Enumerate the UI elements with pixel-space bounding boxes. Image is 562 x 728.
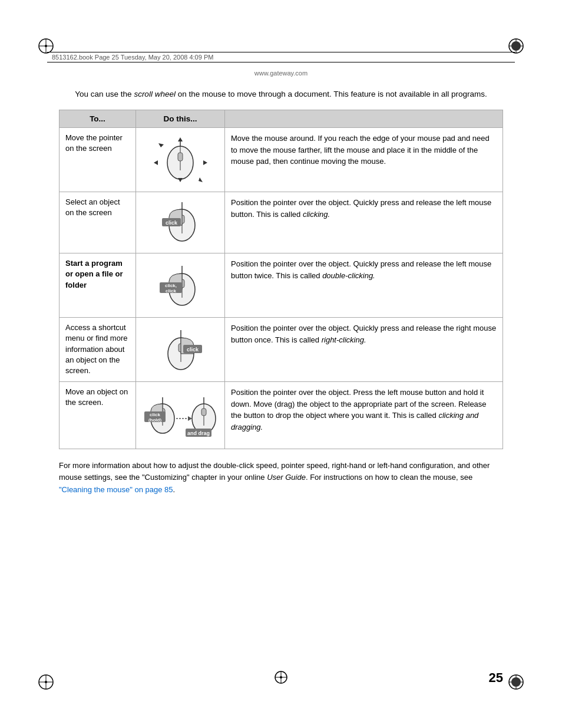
footer-italic: User Guide	[267, 473, 306, 482]
svg-text:click: click	[166, 288, 176, 294]
intro-text-before: You can use the	[75, 90, 134, 98]
table-header-desc	[225, 110, 503, 128]
svg-rect-53	[201, 409, 206, 416]
mouse-illustration-dblclick: click, click	[142, 258, 219, 312]
table-row: Select an object on the screen	[59, 192, 503, 253]
action-to-rightclick: Access a shortcut menu or find more info…	[59, 318, 136, 382]
website-url: www.gateway.com	[0, 70, 562, 77]
svg-rect-20	[178, 153, 183, 161]
center-bottom-mark	[272, 668, 290, 688]
intro-italic: scroll wheel	[134, 90, 176, 98]
svg-point-12	[45, 681, 47, 683]
table-row: Start a program or open a file or folder	[59, 253, 503, 318]
intro-paragraph: You can use the scroll wheel on the mous…	[59, 88, 503, 100]
header-text: 8513162.book Page 25 Tuesday, May 20, 20…	[52, 54, 213, 61]
svg-marker-26	[199, 177, 203, 182]
action-desc-drag: Position the pointer over the object. Pr…	[225, 382, 503, 449]
footer-link[interactable]: "Cleaning the mouse" on page 85	[59, 485, 173, 494]
mouse-illustration-drag: click (hold) and drag	[142, 387, 219, 444]
action-desc-rightclick: Position the pointer over the object. Qu…	[225, 318, 503, 382]
footer-note: For more information about how to adjust…	[59, 460, 503, 495]
svg-marker-50	[188, 416, 192, 421]
corner-mark-br	[505, 671, 527, 693]
svg-point-3	[45, 45, 47, 47]
table-row: Move an object on the screen.	[59, 382, 503, 449]
mouse-illustration-move	[142, 133, 219, 187]
mouse-illustration-rightclick: click	[142, 322, 219, 377]
corner-mark-bl	[35, 671, 57, 693]
header-bar: 8513162.book Page 25 Tuesday, May 20, 20…	[47, 52, 515, 62]
table-header-do: Do this...	[136, 110, 225, 128]
action-desc-move: Move the mouse around. If you reach the …	[225, 128, 503, 192]
action-to-move: Move the pointer on the screen	[59, 128, 136, 192]
action-img-drag: click (hold) and drag	[136, 382, 225, 449]
page-number: 25	[489, 670, 503, 686]
table-row: Move the pointer on the screen	[59, 128, 503, 192]
action-img-rightclick: click	[136, 318, 225, 382]
main-content: You can use the scroll wheel on the mous…	[59, 88, 503, 496]
svg-point-59	[280, 676, 282, 678]
svg-marker-21	[178, 137, 183, 141]
table-header-to: To...	[59, 110, 136, 128]
svg-text:and drag: and drag	[187, 430, 210, 436]
action-img-move	[136, 128, 225, 192]
svg-marker-24	[203, 160, 207, 165]
intro-text-after: on the mouse to move through a document.…	[176, 90, 487, 98]
mouse-actions-table: To... Do this... Move the pointer on the…	[59, 110, 503, 449]
svg-text:click: click	[165, 220, 177, 226]
svg-marker-23	[154, 160, 158, 165]
action-img-click: click	[136, 192, 225, 253]
svg-marker-25	[158, 143, 164, 147]
svg-point-17	[511, 677, 521, 687]
mouse-illustration-click: click	[142, 197, 219, 248]
svg-text:click,: click,	[164, 283, 176, 288]
svg-text:click: click	[186, 347, 199, 353]
svg-text:(hold): (hold)	[148, 417, 162, 423]
footer-text3: .	[173, 485, 176, 494]
action-to-click: Select an object on the screen	[59, 192, 136, 253]
action-to-dblclick: Start a program or open a file or folder	[59, 253, 136, 318]
footer-text2: . For instructions on how to clean the m…	[306, 473, 472, 482]
table-row: Access a shortcut menu or find more info…	[59, 318, 503, 382]
action-img-dblclick: click, click	[136, 253, 225, 318]
action-desc-click: Position the pointer over the object. Qu…	[225, 192, 503, 253]
svg-text:click: click	[150, 412, 160, 417]
action-to-drag: Move an object on the screen.	[59, 382, 136, 449]
svg-point-8	[511, 41, 521, 51]
action-desc-dblclick: Position the pointer over the object. Qu…	[225, 253, 503, 318]
svg-marker-22	[178, 178, 183, 182]
